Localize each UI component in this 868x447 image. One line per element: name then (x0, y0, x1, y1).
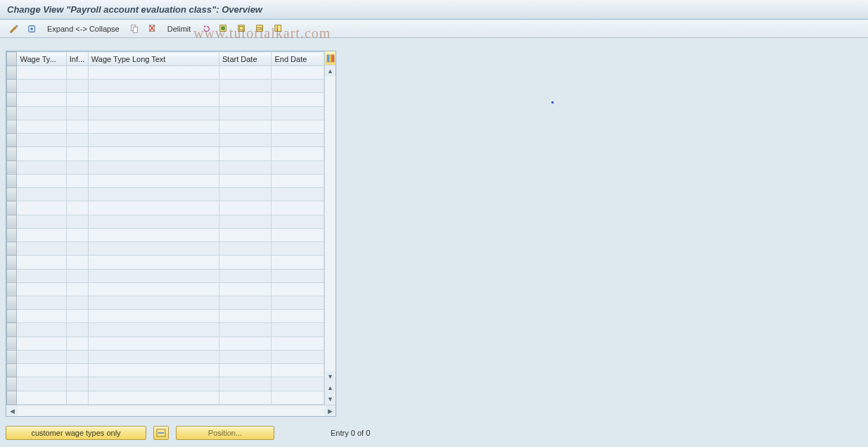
scroll-left-icon[interactable]: ◀ (6, 405, 18, 416)
cell[interactable] (219, 147, 272, 160)
cell[interactable] (219, 377, 272, 391)
table-row[interactable] (7, 120, 324, 133)
cell[interactable] (17, 336, 66, 350)
cell[interactable] (66, 93, 88, 106)
table-row[interactable] (7, 350, 324, 363)
table-row[interactable] (7, 296, 324, 309)
cell[interactable] (17, 147, 66, 160)
cell[interactable] (88, 242, 219, 256)
table-row[interactable] (7, 106, 324, 120)
table-row[interactable] (7, 201, 324, 215)
cell[interactable] (219, 391, 272, 404)
cell[interactable] (219, 174, 272, 187)
cell[interactable] (219, 323, 272, 336)
cell[interactable] (219, 269, 272, 282)
cell[interactable] (88, 215, 219, 228)
cell[interactable] (88, 160, 219, 174)
cell[interactable] (272, 364, 324, 377)
cell[interactable] (219, 364, 272, 377)
table-row[interactable] (7, 282, 324, 296)
cell[interactable] (272, 66, 324, 80)
cell[interactable] (17, 282, 66, 296)
cell[interactable] (272, 201, 324, 215)
cell[interactable] (272, 350, 324, 363)
cell[interactable] (17, 242, 66, 256)
row-selector[interactable] (7, 242, 17, 256)
cell[interactable] (219, 296, 272, 309)
table-row[interactable] (7, 134, 324, 147)
cell[interactable] (17, 188, 66, 201)
expand-collapse-button[interactable]: Expand <-> Collapse (42, 22, 125, 36)
cell[interactable] (66, 282, 88, 296)
row-selector[interactable] (7, 323, 17, 336)
cell[interactable] (17, 350, 66, 363)
cell[interactable] (88, 188, 219, 201)
cell[interactable] (17, 134, 66, 147)
cell[interactable] (219, 228, 272, 241)
table-row[interactable] (7, 147, 324, 160)
deselect-all-icon[interactable] (234, 22, 250, 36)
table-row[interactable] (7, 310, 324, 323)
table-row[interactable] (7, 377, 324, 391)
cell[interactable] (66, 364, 88, 377)
copy-icon[interactable] (126, 22, 143, 36)
cell[interactable] (272, 106, 324, 120)
cell[interactable] (88, 310, 219, 323)
print-icon[interactable] (270, 22, 287, 36)
cell[interactable] (17, 310, 66, 323)
cell[interactable] (272, 323, 324, 336)
column-header-end-date[interactable]: End Date (272, 52, 324, 66)
table-row[interactable] (7, 188, 324, 201)
cell[interactable] (17, 160, 66, 174)
cell[interactable] (66, 66, 88, 80)
cell[interactable] (272, 228, 324, 241)
table-row[interactable] (7, 160, 324, 174)
cell[interactable] (17, 228, 66, 241)
data-grid[interactable]: Wage Ty... Inf... Wage Type Long Text St… (6, 51, 324, 405)
cell[interactable] (88, 364, 219, 377)
table-row[interactable] (7, 256, 324, 269)
cell[interactable] (272, 188, 324, 201)
table-row[interactable] (7, 323, 324, 336)
cell[interactable] (66, 160, 88, 174)
scroll-right-icon[interactable]: ▶ (324, 405, 336, 416)
cell[interactable] (88, 106, 219, 120)
cell[interactable] (17, 323, 66, 336)
cell[interactable] (272, 160, 324, 174)
cell[interactable] (66, 174, 88, 187)
row-selector[interactable] (7, 188, 17, 201)
cell[interactable] (272, 377, 324, 391)
cell[interactable] (17, 377, 66, 391)
cell[interactable] (66, 256, 88, 269)
cell[interactable] (66, 106, 88, 120)
cell[interactable] (219, 80, 272, 93)
table-row[interactable] (7, 66, 324, 80)
row-selector[interactable] (7, 296, 17, 309)
cell[interactable] (88, 377, 219, 391)
cell[interactable] (272, 256, 324, 269)
table-row[interactable] (7, 242, 324, 256)
delete-icon[interactable] (144, 22, 161, 36)
cell[interactable] (219, 120, 272, 133)
row-selector[interactable] (7, 106, 17, 120)
cell[interactable] (88, 336, 219, 350)
column-header-long-text[interactable]: Wage Type Long Text (88, 52, 219, 66)
cell[interactable] (17, 80, 66, 93)
cell[interactable] (219, 350, 272, 363)
cell[interactable] (88, 147, 219, 160)
row-selector[interactable] (7, 256, 17, 269)
cell[interactable] (88, 323, 219, 336)
cell[interactable] (66, 296, 88, 309)
cell[interactable] (88, 391, 219, 404)
cell[interactable] (66, 310, 88, 323)
row-selector[interactable] (7, 310, 17, 323)
filter-customer-wage-types-button[interactable]: customer wage types only (6, 426, 146, 440)
configure-columns-icon[interactable] (325, 51, 336, 65)
cell[interactable] (17, 296, 66, 309)
row-selector[interactable] (7, 350, 17, 363)
row-selector[interactable] (7, 160, 17, 174)
cell[interactable] (17, 106, 66, 120)
cell[interactable] (66, 134, 88, 147)
cell[interactable] (17, 93, 66, 106)
cell[interactable] (219, 336, 272, 350)
